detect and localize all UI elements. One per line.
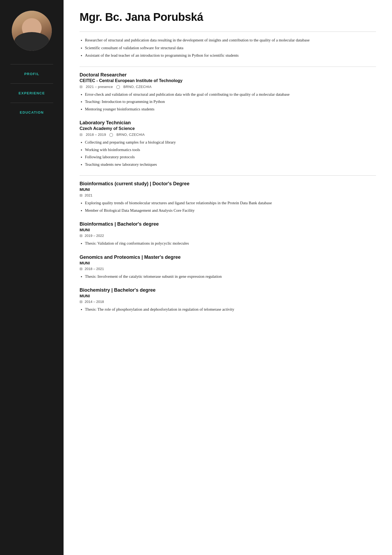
- page-title: Mgr. Bc. Jana Porubská: [80, 11, 376, 24]
- calendar-icon-edu-4: ⊟: [80, 300, 83, 304]
- job-2-duty-2: Working with bioinformatics tools: [85, 147, 376, 153]
- job-1-duty-2: Teaching: Introduction to programming in…: [85, 99, 376, 105]
- profile-list: Researcher of structural and publication…: [80, 37, 376, 59]
- edu-4: Biochemistry | Bachelor's degree MUNI ⊟ …: [80, 287, 376, 313]
- edu-2-years: 2019 – 2022: [85, 234, 104, 238]
- profile-item-3: Assistant of the lead teacher of an intr…: [85, 52, 376, 59]
- edu-1-list: Exploring quality trends of biomolecular…: [80, 200, 376, 213]
- edu-1-item-2: Member of Biological Data Management and…: [85, 207, 376, 214]
- sidebar: PROFIL EXPERIENCE EDUCATION: [0, 0, 64, 555]
- sidebar-label-experience: EXPERIENCE: [19, 89, 45, 97]
- job-1-duties: Error-check and validation of structural…: [80, 91, 376, 112]
- edu-3-meta: ⊟ 2018 – 2021: [80, 267, 376, 271]
- job-2-location: BRNO, CZECHIA: [116, 133, 145, 137]
- sidebar-sections: PROFIL EXPERIENCE EDUCATION: [0, 59, 64, 117]
- job-1-location: BRNO, CZECHIA: [123, 85, 152, 89]
- job-2-years: 2018 – 2019: [86, 133, 106, 137]
- education-divider: [80, 175, 376, 176]
- job-2-meta: ⊟ 2018 – 2019 ◯ BRNO, CZECHIA: [80, 133, 376, 137]
- edu-1-years: 2021: [85, 193, 92, 197]
- profile-divider: [80, 32, 376, 32]
- edu-4-meta: ⊟ 2014 – 2018: [80, 300, 376, 304]
- edu-2-item-1: Thesis: Validation of ring conformations…: [85, 240, 376, 246]
- location-icon-2: ◯: [109, 133, 113, 137]
- edu-3-years: 2018 – 2021: [85, 267, 104, 271]
- calendar-icon-1: ⊟: [80, 85, 83, 89]
- sidebar-divider-2: [10, 83, 53, 84]
- edu-1-school: MUNI: [80, 187, 376, 192]
- edu-1-meta: ⊟ 2021: [80, 193, 376, 197]
- avatar: [12, 11, 52, 51]
- edu-1-degree: Bioinformatics (current study) | Doctor'…: [80, 181, 376, 187]
- edu-3-list: Thesis: Involvement of the catalytic tel…: [80, 273, 376, 280]
- edu-2-list: Thesis: Validation of ring conformations…: [80, 240, 376, 246]
- edu-2-meta: ⊟ 2019 – 2022: [80, 234, 376, 238]
- edu-4-years: 2014 – 2018: [85, 300, 104, 304]
- job-2-title: Laboratory Technician: [80, 120, 376, 126]
- calendar-icon-edu-3: ⊟: [80, 267, 83, 271]
- sidebar-label-education: EDUCATION: [20, 108, 44, 117]
- edu-4-degree: Biochemistry | Bachelor's degree: [80, 287, 376, 293]
- edu-4-school: MUNI: [80, 294, 376, 298]
- edu-1: Bioinformatics (current study) | Doctor'…: [80, 181, 376, 213]
- edu-1-item-1: Exploring quality trends of biomolecular…: [85, 200, 376, 206]
- edu-4-list: Thesis: The role of phosphorylation and …: [80, 306, 376, 313]
- main-content: Mgr. Bc. Jana Porubská Researcher of str…: [64, 0, 392, 555]
- job-1-org: CEITEC - Central European Institute of T…: [80, 78, 376, 83]
- edu-2: Bioinformatics | Bachelor's degree MUNI …: [80, 221, 376, 246]
- calendar-icon-2: ⊟: [80, 133, 83, 137]
- job-2-duties: Collecting and preparing samples for a b…: [80, 139, 376, 167]
- job-1-duty-3: Mentoring younger bioinformatics student…: [85, 106, 376, 112]
- job-1: Doctoral Researcher CEITEC - Central Eur…: [80, 72, 376, 112]
- profile-item-2: Scientific consultant of validation soft…: [85, 45, 376, 51]
- experience-divider: [80, 67, 376, 67]
- job-1-years: 2021 – presence: [86, 85, 113, 89]
- edu-3: Genomics and Proteomics | Master's degre…: [80, 255, 376, 280]
- calendar-icon-edu-2: ⊟: [80, 234, 83, 238]
- edu-4-item-1: Thesis: The role of phosphorylation and …: [85, 306, 376, 313]
- sidebar-divider-3: [10, 103, 53, 103]
- job-1-title: Doctoral Researcher: [80, 72, 376, 78]
- edu-3-school: MUNI: [80, 261, 376, 265]
- job-2-duty-4: Teaching students new laboratory techniq…: [85, 161, 376, 168]
- edu-2-degree: Bioinformatics | Bachelor's degree: [80, 221, 376, 227]
- job-2: Laboratory Technician Czech Academy of S…: [80, 120, 376, 167]
- job-2-org: Czech Academy of Science: [80, 126, 376, 131]
- edu-3-item-1: Thesis: Involvement of the catalytic tel…: [85, 273, 376, 280]
- job-2-duty-3: Following laboratory protocols: [85, 154, 376, 160]
- job-2-duty-1: Collecting and preparing samples for a b…: [85, 139, 376, 145]
- job-1-duty-1: Error-check and validation of structural…: [85, 91, 376, 98]
- calendar-icon-edu-1: ⊟: [80, 193, 83, 197]
- edu-2-school: MUNI: [80, 228, 376, 232]
- job-1-meta: ⊟ 2021 – presence ◯ BRNO, CZECHIA: [80, 85, 376, 89]
- sidebar-divider-1: [10, 64, 53, 64]
- edu-3-degree: Genomics and Proteomics | Master's degre…: [80, 255, 376, 260]
- profile-section: Researcher of structural and publication…: [80, 37, 376, 59]
- profile-item-1: Researcher of structural and publication…: [85, 37, 376, 43]
- location-icon-1: ◯: [116, 85, 120, 89]
- sidebar-label-profil: PROFIL: [24, 70, 40, 78]
